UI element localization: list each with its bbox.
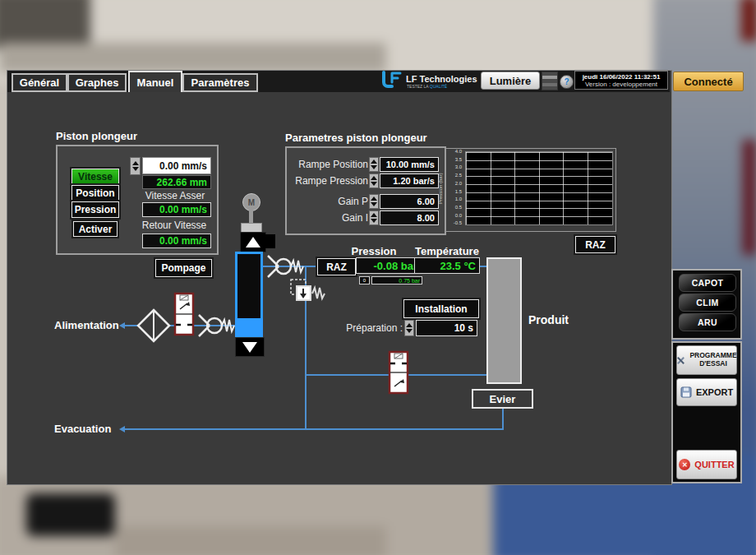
jog-down-button[interactable] bbox=[235, 337, 265, 357]
spinner-down-icon[interactable] bbox=[371, 165, 377, 169]
preparation-stepper[interactable] bbox=[404, 320, 414, 336]
sink-box: Evier bbox=[472, 389, 533, 409]
pressure-raz-button[interactable]: RAZ bbox=[317, 258, 356, 275]
pressure-zero-box: 0 bbox=[359, 276, 370, 284]
chart-ytick: 4.0 bbox=[446, 149, 462, 154]
preparation-label: Préparation : bbox=[343, 322, 403, 334]
export-button-label: EXPORT bbox=[696, 387, 733, 397]
rampe-position-label: Rampe Position bbox=[289, 159, 368, 170]
rampe-pression-label: Rampe Pression bbox=[289, 175, 368, 187]
chart-ylabel: Pression (bar) bbox=[438, 173, 443, 204]
pipe-arrow-icon bbox=[119, 426, 125, 432]
activate-button[interactable]: Activer bbox=[73, 221, 118, 237]
help-icon[interactable]: ? bbox=[560, 75, 574, 89]
tools-icon bbox=[676, 356, 685, 365]
filter-icon bbox=[136, 308, 171, 343]
rampe-pression-input[interactable]: 1.20 bar/s bbox=[380, 173, 439, 188]
piston-group-title: Piston plongeur bbox=[56, 130, 137, 142]
feedback-label: Retour Vitesse bbox=[133, 220, 215, 231]
fill-valve-icon[interactable] bbox=[388, 350, 409, 395]
spinner-up-icon[interactable] bbox=[371, 160, 377, 164]
brand-name: LF Technologies bbox=[406, 74, 477, 84]
pump-button[interactable]: Pompage bbox=[155, 259, 212, 277]
gain-p-stepper[interactable] bbox=[369, 194, 379, 209]
tab-parametres[interactable]: Paramètres bbox=[182, 73, 258, 92]
aru-button[interactable]: ARU bbox=[679, 313, 736, 331]
cylinder-fluid-level bbox=[237, 318, 260, 335]
temperature-label: Température bbox=[409, 245, 485, 257]
rampe-position-input[interactable]: 10.00 mm/s bbox=[380, 157, 439, 172]
slider-bar bbox=[542, 83, 557, 86]
installation-button[interactable]: Installation bbox=[403, 299, 479, 318]
tab-graphes[interactable]: Graphes bbox=[67, 73, 127, 92]
chart-ytick: 0.0 bbox=[446, 213, 462, 218]
rampe-position-stepper[interactable] bbox=[369, 157, 379, 172]
gain-p-input[interactable]: 6.00 bbox=[380, 194, 439, 209]
spinner-down-icon[interactable] bbox=[132, 167, 139, 171]
slider-bar bbox=[542, 76, 557, 79]
tab-label: Général bbox=[20, 76, 59, 89]
up-triangle-icon bbox=[246, 237, 260, 247]
mode-pression-button[interactable]: Pression bbox=[71, 201, 119, 218]
spinner-down-icon[interactable] bbox=[371, 182, 377, 186]
chart-raz-button[interactable]: RAZ bbox=[575, 236, 615, 253]
spinner-down-icon[interactable] bbox=[371, 219, 377, 223]
chart-ytick: 2.0 bbox=[446, 181, 462, 186]
brand-tagline: TESTEZ LA QUALITÉ bbox=[407, 84, 447, 89]
chart-ytick: 2.5 bbox=[446, 173, 462, 178]
gain-i-stepper[interactable] bbox=[369, 210, 379, 225]
tab-label: Graphes bbox=[76, 76, 119, 89]
down-triangle-icon bbox=[242, 342, 257, 353]
motor-shaft bbox=[249, 210, 253, 224]
gain-i-input[interactable]: 8.00 bbox=[380, 210, 439, 225]
light-slider[interactable] bbox=[542, 72, 558, 90]
drain-pipe bbox=[122, 428, 504, 430]
gain-i-label: Gain I bbox=[289, 212, 368, 224]
version-text: Version : developpement bbox=[585, 81, 657, 88]
program-button[interactable]: PROGRAMME D'ESSAI bbox=[676, 345, 737, 375]
temperature-indicator: 23.5 °C bbox=[414, 257, 480, 274]
pressure-label: Pression bbox=[343, 245, 405, 257]
tab-general[interactable]: Général bbox=[12, 73, 67, 92]
setpoint-input[interactable]: 0.00 mm/s bbox=[142, 157, 211, 174]
product-inlet-pipe bbox=[480, 266, 486, 267]
setpoint-stepper[interactable] bbox=[130, 157, 141, 175]
export-icon bbox=[680, 386, 692, 398]
capot-button[interactable]: CAPOT bbox=[679, 274, 736, 292]
tab-manuel[interactable]: Manuel bbox=[128, 71, 182, 92]
lf-logo-icon bbox=[380, 71, 403, 89]
tab-label: Manuel bbox=[137, 76, 174, 89]
spinner-down-icon[interactable] bbox=[371, 202, 377, 206]
status-badge[interactable]: Connecté bbox=[673, 72, 744, 91]
datetime-text: jeudi 16/06/2022 11:32:51 bbox=[583, 73, 661, 81]
quit-icon: ✕ bbox=[679, 459, 690, 470]
preparation-input[interactable]: 10 s bbox=[416, 320, 477, 336]
spinner-down-icon[interactable] bbox=[406, 329, 413, 333]
pressure-sub-gauge: 0.75 bar bbox=[371, 276, 422, 284]
spinner-up-icon[interactable] bbox=[371, 176, 377, 180]
light-button[interactable]: Lumière bbox=[481, 72, 540, 90]
rampe-pression-stepper[interactable] bbox=[369, 173, 379, 188]
mode-vitesse-button[interactable]: Vitesse bbox=[71, 169, 119, 185]
chart-ytick: 1.0 bbox=[446, 197, 462, 201]
spinner-up-icon[interactable] bbox=[371, 213, 377, 217]
export-button[interactable]: EXPORT bbox=[676, 378, 737, 406]
jog-up-button[interactable] bbox=[240, 232, 266, 252]
quit-button[interactable]: ✕ QUITTER bbox=[676, 450, 737, 479]
mode-position-button[interactable]: Position bbox=[71, 185, 119, 201]
screen: Général Graphes Manuel Paramètres LF Tec… bbox=[0, 0, 756, 555]
spinner-up-icon[interactable] bbox=[132, 161, 139, 165]
spinner-up-icon[interactable] bbox=[406, 323, 413, 327]
supply-label: Alimentation bbox=[54, 319, 119, 331]
chart-ytick: 1.5 bbox=[446, 189, 462, 194]
chart-ytick: -0.5 bbox=[446, 220, 462, 225]
supply-valve-icon[interactable] bbox=[173, 292, 195, 336]
spinner-up-icon[interactable] bbox=[371, 197, 377, 201]
datetime-box: jeudi 16/06/2022 11:32:51 Version : deve… bbox=[574, 71, 668, 90]
product-label: Produit bbox=[528, 313, 569, 326]
feedback-indicator: 0.00 mm/s bbox=[142, 234, 211, 248]
quit-button-label: QUITTER bbox=[694, 460, 734, 469]
clim-button[interactable]: CLIM bbox=[679, 294, 736, 312]
gain-p-label: Gain P bbox=[289, 196, 368, 207]
pressure-indicator: -0.08 bar bbox=[356, 257, 422, 274]
